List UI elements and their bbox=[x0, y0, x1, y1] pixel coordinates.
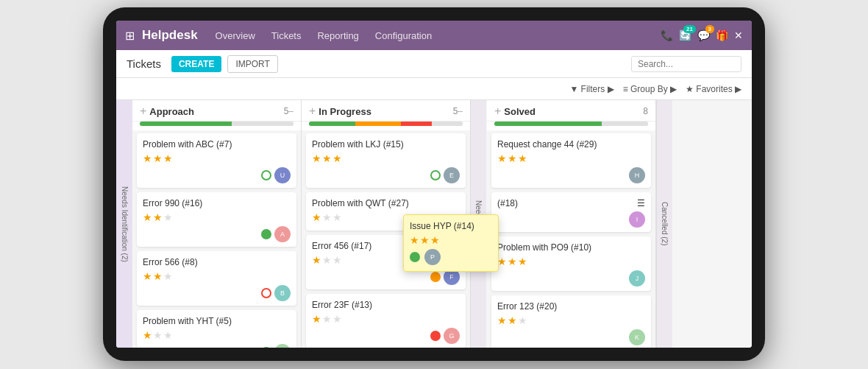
star-icon: ★ bbox=[143, 329, 152, 341]
col-progress-solved bbox=[494, 122, 648, 126]
star-icon: ★ bbox=[153, 152, 163, 164]
card-in-progress-1[interactable]: Problem with LKJ (#15) ★ ★ ★ E bbox=[306, 133, 466, 188]
star-icon: ★ bbox=[332, 211, 342, 223]
filters-button[interactable]: ▼ Filters ▶ bbox=[569, 84, 613, 94]
col-title-solved: Solved bbox=[504, 106, 640, 117]
card-approach-2[interactable]: Error 990 (#16) ★ ★ ★ A bbox=[137, 192, 296, 247]
card-title: Problem with LKJ (#15) bbox=[312, 139, 460, 150]
cancelled-label: Cancelled (2) bbox=[661, 202, 669, 245]
avatar: E bbox=[444, 167, 460, 183]
avatar: U bbox=[274, 167, 291, 183]
card-solved-1[interactable]: Request change 44 (#29) ★ ★ ★ H bbox=[491, 133, 651, 188]
star-icon: ★ bbox=[420, 234, 430, 246]
column-approach-header: + Approach 5 – bbox=[132, 100, 301, 122]
star-icon: ★ bbox=[508, 152, 517, 164]
popup-card-footer: P bbox=[410, 249, 492, 265]
card-title: Problem with QWT (#27) bbox=[312, 198, 460, 208]
star-icon: ★ bbox=[312, 254, 321, 266]
col-progress-in-progress bbox=[309, 122, 463, 126]
card-solved-2[interactable]: (#18) ☰ I bbox=[491, 192, 651, 232]
col-title-approach: Approach bbox=[149, 106, 280, 117]
star-icon: ★ bbox=[508, 256, 517, 267]
progress-seg-green bbox=[494, 122, 602, 126]
avatar: G bbox=[444, 328, 460, 344]
star-icon: ★ bbox=[312, 313, 321, 325]
col-add-in-progress[interactable]: + bbox=[309, 105, 316, 118]
star-icon: ★ bbox=[163, 211, 173, 223]
nav-tickets[interactable]: Tickets bbox=[268, 29, 305, 43]
progress-seg-2 bbox=[232, 122, 294, 126]
grid-icon[interactable]: ⊞ bbox=[125, 29, 135, 43]
kanban-board: Needs Identification (2) + Approach 5 – bbox=[116, 100, 752, 348]
menu-icon[interactable]: ☰ bbox=[637, 198, 645, 208]
star-icon: ★ bbox=[332, 152, 342, 164]
nav-links: Overview Tickets Reporting Configuration bbox=[213, 29, 661, 43]
nav-reporting[interactable]: Reporting bbox=[314, 29, 361, 43]
progress-seg-1 bbox=[140, 122, 232, 126]
card-solved-3[interactable]: Problem with PO9 (#10) ★ ★ ★ J bbox=[491, 236, 651, 291]
status-dot bbox=[261, 229, 271, 239]
col-add-solved[interactable]: + bbox=[494, 105, 501, 118]
card-stars: ★ ★ ★ bbox=[312, 152, 460, 164]
card-solved-4[interactable]: Error 123 (#20) ★ ★ ★ K bbox=[491, 295, 651, 348]
gift-icon[interactable]: 🎁 bbox=[716, 29, 728, 41]
popup-card-stars: ★ ★ ★ bbox=[410, 234, 492, 246]
progress-seg-orange bbox=[355, 122, 402, 126]
col-title-in-progress: In Progress bbox=[319, 106, 449, 117]
star-icon: ★ bbox=[332, 254, 342, 266]
column-solved: + Solved 8 Request change 44 (#29) bbox=[487, 100, 656, 348]
star-icon: ★ bbox=[163, 152, 173, 164]
nav-configuration[interactable]: Configuration bbox=[372, 29, 435, 43]
card-stars: ★ ★ ★ bbox=[497, 314, 645, 326]
star-icon: ★ bbox=[143, 152, 152, 164]
card-stars: ★ ★ ★ bbox=[143, 211, 291, 223]
card-title: Error 23F (#13) bbox=[312, 300, 460, 310]
col-count-solved: 8 bbox=[643, 106, 648, 116]
card-approach-1[interactable]: Problem with ABC (#7) ★ ★ ★ U bbox=[137, 133, 296, 188]
avatar: I bbox=[629, 211, 645, 228]
col-cards-approach: Problem with ABC (#7) ★ ★ ★ U bbox=[132, 130, 301, 348]
group-by-button[interactable]: ≡ Group By ▶ bbox=[623, 84, 677, 94]
star-icon: ★ bbox=[153, 329, 163, 341]
col-add-approach[interactable]: + bbox=[140, 105, 146, 118]
col-cards-solved: Request change 44 (#29) ★ ★ ★ H bbox=[487, 130, 655, 348]
star-icon: ★ bbox=[518, 314, 527, 326]
popup-status-dot bbox=[410, 252, 420, 262]
col-collapse-in-progress[interactable]: – bbox=[458, 106, 463, 116]
avatar: K bbox=[629, 329, 645, 345]
card-footer: I bbox=[497, 211, 645, 228]
popup-card-hyp[interactable]: Issue HYP (#14) ★ ★ ★ P bbox=[403, 214, 499, 272]
progress-seg-red bbox=[401, 122, 432, 126]
star-icon: ★ bbox=[322, 313, 332, 325]
card-title: Problem with ABC (#7) bbox=[143, 139, 291, 150]
import-button[interactable]: IMPORT bbox=[227, 55, 277, 73]
card-footer: E bbox=[312, 167, 460, 183]
status-dot bbox=[261, 288, 271, 298]
chat-icon[interactable]: 💬3 bbox=[697, 29, 710, 41]
close-icon[interactable]: ✕ bbox=[734, 29, 743, 41]
star-icon: ★ bbox=[332, 313, 342, 325]
col-count-in-progress: 5 bbox=[453, 106, 458, 116]
star-icon: ★ bbox=[497, 314, 507, 326]
avatar: H bbox=[629, 167, 645, 183]
needs-identification-collapsed[interactable]: Needs Identification (2) bbox=[116, 100, 132, 348]
card-stars: ★ ★ ★ bbox=[497, 256, 645, 267]
phone-icon[interactable]: 📞 bbox=[661, 29, 673, 41]
col-collapse-approach[interactable]: – bbox=[288, 106, 294, 116]
card-stars: ★ ★ ★ bbox=[143, 152, 291, 164]
chat-badge: 3 bbox=[705, 25, 714, 33]
star-icon: ★ bbox=[143, 270, 152, 282]
create-button[interactable]: CREATE bbox=[171, 56, 221, 72]
card-approach-3[interactable]: Error 566 (#8) ★ ★ ★ B bbox=[137, 251, 296, 306]
card-in-progress-4[interactable]: Error 23F (#13) ★ ★ ★ G bbox=[306, 294, 466, 348]
star-icon: ★ bbox=[518, 256, 527, 267]
card-footer: U bbox=[143, 167, 291, 183]
star-icon: ★ bbox=[410, 234, 419, 246]
nav-overview[interactable]: Overview bbox=[213, 29, 258, 43]
card-approach-4[interactable]: Problem with YHT (#5) ★ ★ ★ C bbox=[137, 310, 296, 348]
favorites-button[interactable]: ★ Favorites ▶ bbox=[686, 84, 741, 94]
search-input[interactable] bbox=[631, 56, 741, 72]
cancelled-collapsed[interactable]: Cancelled (2) bbox=[656, 100, 672, 348]
refresh-icon[interactable]: 🔄21 bbox=[679, 29, 691, 41]
search-area bbox=[631, 56, 741, 72]
